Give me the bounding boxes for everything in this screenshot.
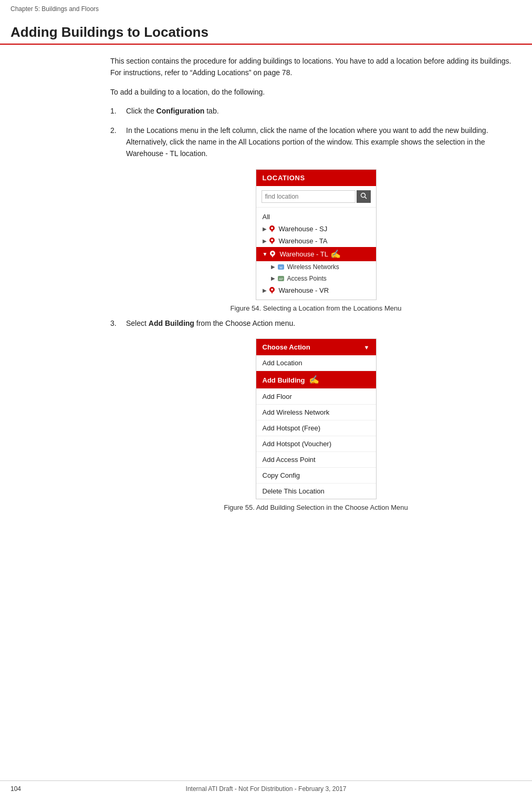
svg-text:AP: AP: [278, 277, 283, 281]
wireless-icon: W: [277, 263, 285, 271]
svg-marker-9: [271, 254, 274, 258]
step-3-bold: Add Building: [149, 319, 194, 327]
page-title-section: Adding Buildings to Locations: [0, 15, 532, 45]
svg-marker-3: [270, 229, 274, 232]
svg-line-1: [364, 197, 367, 199]
locations-header: LOCATIONS: [256, 170, 376, 186]
list-item-warehouse-ta[interactable]: ▶ Warehouse - TA: [256, 235, 376, 247]
arrow-icon-wireless: ▶: [271, 264, 275, 270]
arrow-icon: ▶: [263, 238, 267, 244]
action-item-copy-config[interactable]: Copy Config: [256, 468, 376, 484]
step-2-text: In the Locations menu in the left column…: [126, 125, 521, 160]
dropdown-arrow-icon: ▼: [364, 344, 370, 351]
action-list: Add Location Add Building ✍ Add Floor Ad…: [256, 355, 376, 499]
step-1: 1. Click the Configuration tab.: [110, 105, 521, 117]
pin-icon-ta: [269, 237, 276, 244]
arrow-icon: ▶: [263, 226, 267, 232]
step-1-text: Click the Configuration tab.: [126, 105, 521, 117]
choose-action-title: Choose Action: [263, 343, 310, 351]
action-item-add-hotspot-free[interactable]: Add Hotspot (Free): [256, 420, 376, 436]
chapter-text: Chapter 5: Buildings and Floors: [11, 5, 99, 13]
page-title: Adding Buildings to Locations: [11, 24, 521, 44]
step-3-num: 3.: [110, 317, 126, 329]
action-item-add-location[interactable]: Add Location: [256, 355, 376, 371]
list-item-warehouse-vr[interactable]: ▶ Warehouse - VR: [256, 284, 376, 296]
locations-list: All ▶ Warehouse - SJ ▶: [256, 208, 376, 300]
step-2-num: 2.: [110, 125, 126, 160]
action-item-add-wireless-network[interactable]: Add Wireless Network: [256, 405, 376, 420]
svg-point-7: [271, 239, 273, 241]
list-item-warehouse-sj[interactable]: ▶ Warehouse - SJ: [256, 223, 376, 235]
action-item-add-building[interactable]: Add Building ✍: [256, 371, 376, 389]
list-item-access-points[interactable]: ▶ AP Access Points: [256, 273, 376, 284]
svg-point-17: [271, 289, 273, 291]
list-item-wireless-networks[interactable]: ▶ W Wireless Networks: [256, 261, 376, 273]
svg-text:W: W: [279, 266, 283, 269]
list-item-warehouse-tl[interactable]: ▼ Warehouse - TL ✍: [256, 247, 376, 261]
step-2: 2. In the Locations menu in the left col…: [110, 125, 521, 160]
ap-icon: AP: [277, 275, 285, 282]
page-footer: Internal ATI Draft - Not For Distributio…: [0, 780, 532, 793]
figure-2-container: Choose Action ▼ Add Location Add Buildin…: [110, 338, 521, 511]
list-item-all[interactable]: All: [256, 211, 376, 223]
action-item-add-hotspot-voucher[interactable]: Add Hotspot (Voucher): [256, 436, 376, 452]
step-3: 3. Select Add Building from the Choose A…: [110, 317, 521, 329]
arrow-icon-tl: ▼: [263, 251, 268, 257]
pin-icon-vr: [269, 286, 276, 294]
svg-point-0: [361, 193, 365, 197]
figure-2-caption: Figure 55. Add Building Selection in the…: [224, 503, 408, 511]
search-input[interactable]: [262, 190, 356, 203]
intro-para2: To add a building to a location, do the …: [110, 86, 521, 98]
intro-para1: This section contains the procedure for …: [110, 55, 521, 79]
arrow-icon-ap: ▶: [271, 275, 275, 281]
choose-action-header[interactable]: Choose Action ▼: [256, 339, 376, 355]
locations-widget: LOCATIONS All ▶: [256, 169, 377, 300]
action-item-add-access-point[interactable]: Add Access Point: [256, 452, 376, 468]
chapter-header: Chapter 5: Buildings and Floors: [0, 0, 532, 15]
search-button[interactable]: [357, 190, 371, 203]
svg-marker-16: [270, 291, 274, 294]
action-item-delete-location[interactable]: Delete This Location: [256, 484, 376, 499]
content-area: This section contains the procedure for …: [0, 55, 532, 511]
figure-1-container: LOCATIONS All ▶: [110, 169, 521, 312]
choose-action-widget: Choose Action ▼ Add Location Add Buildin…: [256, 338, 377, 499]
cursor-icon-2: ✍: [309, 375, 319, 385]
search-icon: [360, 192, 367, 199]
pin-icon-sj: [269, 225, 276, 232]
step-1-bold: Configuration: [157, 107, 205, 115]
arrow-icon-vr: ▶: [263, 287, 267, 293]
figure-1-caption: Figure 54. Selecting a Location from the…: [231, 304, 402, 312]
svg-point-10: [272, 252, 274, 254]
pin-icon-tl: [269, 250, 277, 258]
cursor-icon: ✍: [330, 249, 341, 259]
step-3-text: Select Add Building from the Choose Acti…: [126, 317, 521, 329]
svg-marker-6: [270, 241, 274, 244]
svg-point-4: [271, 227, 273, 229]
step-1-num: 1.: [110, 105, 126, 117]
locations-search[interactable]: [256, 186, 376, 208]
action-item-add-floor[interactable]: Add Floor: [256, 389, 376, 405]
